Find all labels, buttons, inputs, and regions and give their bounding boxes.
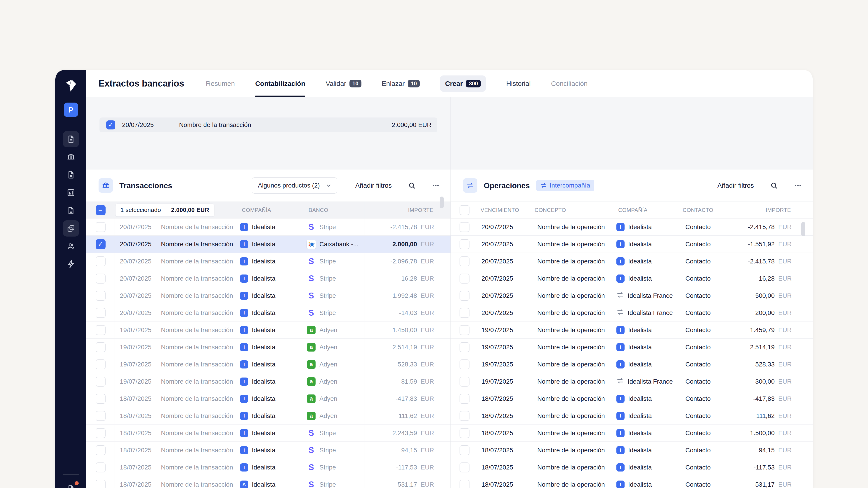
table-row[interactable]: 20/07/2025 Nombre de la operación I Idea…: [451, 219, 813, 236]
table-row[interactable]: 20/07/2025 Nombre de la transacción I Id…: [86, 287, 451, 304]
table-row[interactable]: 19/07/2025 Nombre de la operación I Idea…: [451, 356, 813, 373]
intercompany-tag[interactable]: Intercompañía: [536, 180, 594, 191]
row-checkbox[interactable]: [460, 273, 469, 284]
table-row[interactable]: 20/07/2025 Nombre de la transacción I Id…: [86, 253, 451, 270]
row-checkbox[interactable]: [460, 291, 469, 301]
table-row[interactable]: 18/07/2025 Nombre de la transacción A Id…: [86, 476, 451, 488]
link-cards-icon: [66, 224, 75, 233]
table-row[interactable]: 18/07/2025 Nombre de la operación I Idea…: [451, 390, 813, 408]
tab-resumen[interactable]: Resumen: [206, 70, 235, 97]
sidebar-item-bank[interactable]: [63, 149, 79, 165]
row-checkbox[interactable]: [460, 256, 469, 266]
table-row[interactable]: 18/07/2025 Nombre de la transacción I Id…: [86, 442, 451, 459]
select-all-checkbox[interactable]: [96, 205, 105, 215]
row-checkbox[interactable]: [96, 291, 105, 301]
table-row[interactable]: 18/07/2025 Nombre de la transacción I Id…: [86, 408, 451, 424]
row-checkbox[interactable]: [96, 480, 105, 488]
table-row[interactable]: 18/07/2025 Nombre de la transacción I Id…: [86, 424, 451, 442]
row-checkbox[interactable]: [96, 325, 105, 335]
row-checkbox[interactable]: [460, 411, 469, 421]
table-row[interactable]: 20/07/2025 Nombre de la operación I Idea…: [451, 236, 813, 253]
row-checkbox[interactable]: [96, 411, 105, 421]
row-checkbox[interactable]: [96, 359, 105, 369]
operations-scrollbar[interactable]: [801, 222, 805, 236]
sidebar-item-contacts[interactable]: [63, 238, 79, 254]
more-options-button[interactable]: [432, 182, 440, 189]
table-row[interactable]: 20/07/2025 Nombre de la operación I Idea…: [451, 270, 813, 287]
row-checkbox[interactable]: [460, 342, 469, 352]
tab-validar[interactable]: Validar 10: [326, 70, 362, 97]
row-checkbox[interactable]: [460, 428, 469, 438]
more-options-button[interactable]: [794, 182, 802, 189]
row-checkbox[interactable]: [96, 308, 105, 318]
table-row[interactable]: 19/07/2025 Nombre de la transacción I Id…: [86, 339, 451, 356]
sidebar-item-notifications[interactable]: [63, 481, 79, 488]
search-button[interactable]: [770, 182, 778, 189]
row-checkbox[interactable]: [460, 239, 469, 249]
row-checkbox[interactable]: [96, 342, 105, 352]
table-row[interactable]: 18/07/2025 Nombre de la transacción I Id…: [86, 390, 451, 408]
sidebar-item-automations[interactable]: [63, 256, 79, 272]
row-checkbox[interactable]: [96, 445, 105, 455]
table-row[interactable]: 19/07/2025 Nombre de la operación I Idea…: [451, 339, 813, 356]
table-row[interactable]: 20/07/2025 Nombre de la operación I Idea…: [451, 253, 813, 270]
sidebar-item-reports[interactable]: [63, 185, 79, 201]
row-checkbox[interactable]: [460, 480, 469, 488]
table-row[interactable]: 18/07/2025 Nombre de la operación I Idea…: [451, 442, 813, 459]
row-checkbox[interactable]: [96, 222, 105, 232]
table-row[interactable]: 20/07/2025 Nombre de la transacción I Id…: [86, 219, 451, 236]
search-button[interactable]: [408, 182, 416, 189]
selected-transaction-summary[interactable]: 20/07/2025 Nombre de la transacción 2.00…: [99, 118, 437, 132]
row-checkbox[interactable]: [96, 428, 105, 438]
sidebar-item-matching[interactable]: [63, 220, 79, 236]
tab-historial[interactable]: Historial: [506, 70, 530, 97]
table-row[interactable]: 19/07/2025 Nombre de la operación Ideali…: [451, 373, 813, 390]
add-filters-button[interactable]: Añadir filtros: [355, 182, 392, 189]
row-checkbox[interactable]: [96, 256, 105, 266]
table-row[interactable]: 19/07/2025 Nombre de la transacción I Id…: [86, 373, 451, 390]
table-row[interactable]: 19/07/2025 Nombre de la transacción I Id…: [86, 322, 451, 339]
row-checkbox[interactable]: [460, 462, 469, 473]
row-checkbox[interactable]: [96, 273, 105, 284]
transaction-name: Nombre de la transacción: [156, 429, 240, 437]
row-checkbox[interactable]: [460, 394, 469, 404]
avatar[interactable]: P: [64, 103, 78, 117]
select-all-checkbox[interactable]: [460, 205, 469, 215]
summary-checkbox[interactable]: [106, 121, 115, 129]
company-badge-icon: I: [240, 378, 248, 386]
tab-enlazar[interactable]: Enlazar 10: [382, 70, 420, 97]
table-row[interactable]: 18/07/2025 Nombre de la transacción I Id…: [86, 459, 451, 476]
row-checkbox[interactable]: [460, 359, 469, 369]
table-row[interactable]: 19/07/2025 Nombre de la transacción I Id…: [86, 356, 451, 373]
table-row[interactable]: 19/07/2025 Nombre de la operación I Idea…: [451, 322, 813, 339]
tab-contabilización[interactable]: Contabilización: [255, 70, 305, 97]
sidebar-item-documents[interactable]: [63, 131, 79, 147]
sidebar-item-invoices[interactable]: [63, 202, 79, 219]
table-row[interactable]: 18/07/2025 Nombre de la operación I Idea…: [451, 459, 813, 476]
sidebar-item-statements[interactable]: [63, 167, 79, 183]
table-row[interactable]: 20/07/2025 Nombre de la transacción I Id…: [86, 270, 451, 287]
table-row[interactable]: 20/07/2025 Nombre de la operación Ideali…: [451, 304, 813, 322]
tab-crear[interactable]: Crear 300: [440, 75, 486, 92]
row-checkbox[interactable]: [96, 462, 105, 473]
row-checkbox[interactable]: [460, 377, 469, 387]
row-checkbox[interactable]: [96, 394, 105, 404]
row-checkbox[interactable]: [96, 239, 105, 249]
table-row[interactable]: 20/07/2025 Nombre de la operación Ideali…: [451, 287, 813, 304]
row-checkbox[interactable]: [460, 308, 469, 318]
tab-conciliación[interactable]: Conciliación: [551, 70, 588, 97]
table-row[interactable]: 18/07/2025 Nombre de la operación I Idea…: [451, 408, 813, 424]
table-row[interactable]: 18/07/2025 Nombre de la operación I Idea…: [451, 424, 813, 442]
row-checkbox[interactable]: [460, 325, 469, 335]
products-filter-dropdown[interactable]: Algunos productos (2): [252, 177, 337, 194]
add-filters-button[interactable]: Añadir filtros: [717, 182, 754, 189]
row-checkbox[interactable]: [460, 222, 469, 232]
row-checkbox[interactable]: [460, 445, 469, 455]
transactions-scrollbar[interactable]: [440, 197, 444, 208]
table-row[interactable]: 20/07/2025 Nombre de la transacción I Id…: [86, 304, 451, 322]
row-checkbox[interactable]: [96, 377, 105, 387]
app-logo-icon[interactable]: [64, 78, 78, 93]
caixabank-icon: [307, 240, 316, 249]
table-row[interactable]: 20/07/2025 Nombre de la transacción I Id…: [86, 236, 451, 253]
table-row[interactable]: 18/07/2025 Nombre de la operación I Idea…: [451, 476, 813, 488]
